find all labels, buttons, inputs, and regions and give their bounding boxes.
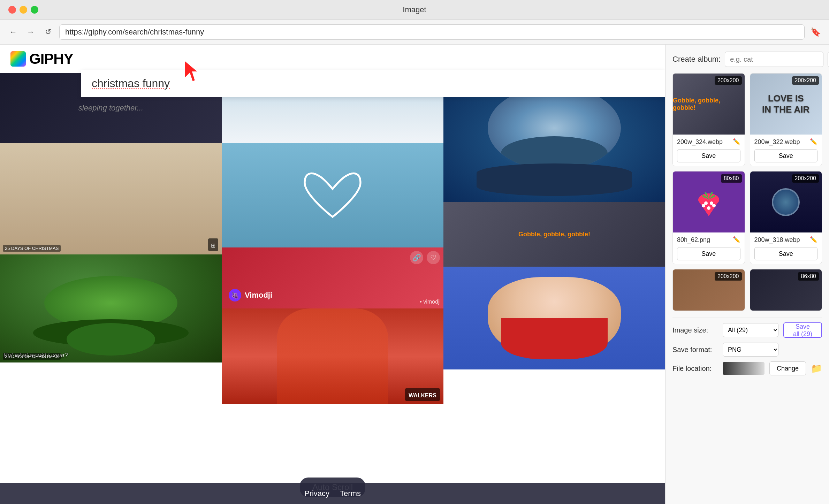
bookmark-button[interactable]: 🔖 bbox=[809, 26, 822, 38]
create-album-input[interactable] bbox=[725, 52, 823, 67]
create-album-label: Create album: bbox=[672, 55, 721, 64]
gif-25days: 25 DAYS OF CHRISTMAS bbox=[3, 353, 61, 360]
forward-button[interactable]: → bbox=[24, 26, 37, 38]
reload-button[interactable]: ↺ bbox=[42, 26, 54, 38]
gif-item[interactable]: Gobble, gobble, gobble! bbox=[443, 202, 665, 267]
create-album-row: Create album: Clear bbox=[672, 52, 822, 67]
svg-point-4 bbox=[707, 206, 710, 210]
edit-icon[interactable]: ✏️ bbox=[810, 138, 817, 146]
size-badge: 200x200 bbox=[792, 174, 819, 183]
privacy-bar: Privacy Terms bbox=[0, 483, 665, 504]
gif-action-icons: 🔗 ♡ bbox=[410, 251, 440, 264]
saved-image-card: 200x200 bbox=[672, 269, 745, 311]
saved-image-card: 200x200 200w_318.webp ✏️ Save bbox=[750, 171, 822, 264]
minimize-button[interactable] bbox=[20, 6, 27, 14]
saved-image-info: 80h_62.png ✏️ bbox=[673, 232, 745, 247]
size-badge: 80x80 bbox=[721, 174, 742, 183]
edit-icon[interactable]: ✏️ bbox=[733, 138, 740, 146]
terms-link[interactable]: Terms bbox=[340, 489, 361, 498]
main-layout: GIPHY christmas funny sleeping together. bbox=[0, 45, 829, 504]
file-location-label: File location: bbox=[672, 365, 718, 373]
close-button[interactable] bbox=[8, 6, 16, 14]
back-button[interactable]: ← bbox=[7, 26, 20, 38]
gif-item[interactable]: WALKERS bbox=[222, 308, 443, 404]
giphy-logo: GIPHY bbox=[10, 51, 73, 67]
giphy-header: GIPHY christmas funny bbox=[0, 45, 665, 73]
gif-item[interactable]: But what would I wear? 25 DAYS OF CHRIST… bbox=[0, 254, 222, 362]
svg-marker-0 bbox=[185, 61, 198, 82]
svg-point-6 bbox=[704, 201, 708, 205]
browser-toolbar: ← → ↺ 🔖 bbox=[0, 20, 829, 45]
saved-image-thumb-2: LOVE ISIN THE AIR 200x200 bbox=[750, 74, 822, 135]
save-all-button[interactable]: Save all (29) bbox=[783, 322, 822, 338]
cursor-arrow bbox=[185, 61, 206, 85]
change-button[interactable]: Change bbox=[769, 361, 806, 375]
saved-images-grid: Gobble, gobble, gobble! 200x200 200w_324… bbox=[672, 73, 822, 311]
giphy-logo-icon bbox=[10, 51, 26, 67]
svg-point-7 bbox=[710, 201, 713, 205]
size-badge: 200x200 bbox=[715, 76, 741, 85]
saved-image-card: LOVE ISIN THE AIR 200x200 200w_322.webp … bbox=[750, 73, 822, 166]
saved-image-info: 200w_318.webp ✏️ bbox=[750, 232, 822, 247]
gif-item[interactable] bbox=[443, 267, 665, 369]
save-button[interactable]: Save bbox=[677, 247, 740, 260]
heart-icon[interactable]: ♡ bbox=[427, 251, 440, 264]
saved-image-name: 200w_322.webp bbox=[754, 138, 800, 146]
size-badge: 200x200 bbox=[715, 272, 741, 281]
window-chrome: Imaget bbox=[0, 0, 829, 20]
window-title: Imaget bbox=[403, 5, 426, 14]
image-size-row: Image size: All (29) 200x200 80x80 86x80… bbox=[672, 322, 822, 338]
gif-column-2: 🍇 Vimodji • vimodji 🔗 ♡ bbox=[222, 73, 443, 504]
save-button[interactable]: Save bbox=[754, 149, 818, 162]
save-format-label: Save format: bbox=[672, 346, 718, 354]
saved-image-card: 80x80 80h_62.png ✏️ Save bbox=[672, 171, 745, 264]
gif-item[interactable] bbox=[222, 143, 443, 247]
traffic-lights bbox=[8, 6, 38, 14]
saved-image-info: 200w_322.webp ✏️ bbox=[750, 135, 822, 149]
gif-column-3: Gobble, gobble, gobble! bbox=[443, 73, 665, 504]
gif-item[interactable]: 🍇 Vimodji • vimodji 🔗 ♡ bbox=[222, 247, 443, 308]
saved-image-card: Gobble, gobble, gobble! 200x200 200w_324… bbox=[672, 73, 745, 166]
privacy-link[interactable]: Privacy bbox=[304, 489, 329, 498]
search-dropdown: christmas funny bbox=[81, 70, 665, 97]
maximize-button[interactable] bbox=[31, 6, 38, 14]
link-icon[interactable]: 🔗 bbox=[410, 251, 423, 264]
right-panel: Create album: Clear Gobble, gobble, gobb… bbox=[665, 45, 829, 504]
search-suggestion-text[interactable]: christmas funny bbox=[92, 77, 170, 90]
save-format-row: Save format: PNG JPEG GIF WEBP bbox=[672, 343, 822, 357]
saved-image-thumb-3: 80x80 bbox=[673, 171, 745, 232]
saved-image-thumb-1: Gobble, gobble, gobble! 200x200 bbox=[673, 74, 745, 135]
saved-image-thumb-6: 86x80 bbox=[750, 269, 822, 311]
url-bar[interactable] bbox=[59, 24, 805, 40]
gobble-text: Gobble, gobble, gobble! bbox=[518, 231, 590, 238]
browser-content: GIPHY christmas funny sleeping together. bbox=[0, 45, 665, 504]
gif-watermark: 25 DAYS OF CHRISTMAS bbox=[3, 245, 61, 252]
size-badge: 200x200 bbox=[792, 76, 819, 85]
edit-icon[interactable]: ✏️ bbox=[810, 236, 817, 244]
clear-button[interactable]: Clear bbox=[828, 52, 829, 67]
saved-image-name: 80h_62.png bbox=[677, 236, 710, 244]
image-size-select[interactable]: All (29) 200x200 80x80 86x80 bbox=[723, 323, 778, 337]
saved-image-thumb-5: 200x200 bbox=[673, 269, 745, 311]
saved-image-info: 200w_324.webp ✏️ bbox=[673, 135, 745, 149]
save-button[interactable]: Save bbox=[677, 149, 740, 162]
grinch-image bbox=[0, 254, 222, 362]
saved-image-thumb-4: 200x200 bbox=[750, 171, 822, 232]
folder-icon[interactable]: 📁 bbox=[811, 363, 822, 374]
saved-image-name: 200w_324.webp bbox=[677, 138, 723, 146]
image-size-label: Image size: bbox=[672, 326, 718, 334]
file-path-bar bbox=[723, 362, 765, 375]
file-location-row: File location: Change 📁 bbox=[672, 361, 822, 375]
edit-icon[interactable]: ✏️ bbox=[733, 236, 740, 244]
giphy-logo-text: GIPHY bbox=[29, 51, 73, 67]
save-format-select[interactable]: PNG JPEG GIF WEBP bbox=[723, 343, 778, 357]
bottom-controls: Image size: All (29) 200x200 80x80 86x80… bbox=[672, 317, 822, 375]
gif-item[interactable]: 25 DAYS OF CHRISTMAS ⊞ bbox=[0, 143, 222, 254]
saved-image-name: 200w_318.webp bbox=[754, 236, 800, 244]
vimodji-brand: 🍇 Vimodji bbox=[229, 289, 272, 301]
size-badge: 86x80 bbox=[798, 272, 819, 281]
saved-image-card: 86x80 bbox=[750, 269, 822, 311]
gif-grid: sleeping together... 25 DAYS OF CHRISTMA… bbox=[0, 73, 665, 504]
gif-column-1: sleeping together... 25 DAYS OF CHRISTMA… bbox=[0, 73, 222, 504]
save-button[interactable]: Save bbox=[754, 247, 818, 260]
